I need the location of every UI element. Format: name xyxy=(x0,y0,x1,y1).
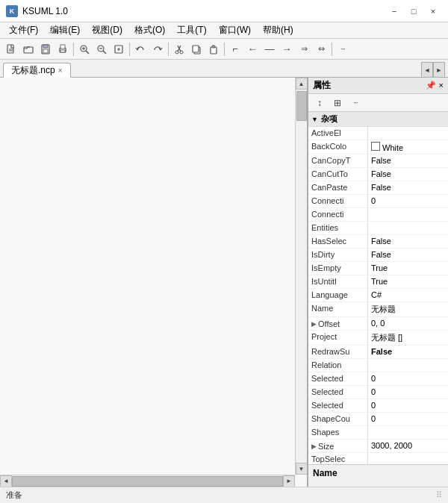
tool-corner[interactable]: ⌐ xyxy=(227,41,243,57)
prop-val-relation[interactable] xyxy=(368,359,448,372)
prop-val-language[interactable]: C# xyxy=(368,289,448,302)
prop-val-isuntitl[interactable]: True xyxy=(368,275,448,288)
properties-close-button[interactable]: × xyxy=(439,81,444,90)
redo-button[interactable] xyxy=(149,41,166,57)
tab-close-button[interactable]: × xyxy=(58,66,63,75)
prop-val-connecti1[interactable]: 0 xyxy=(368,195,448,207)
menu-view[interactable]: 视图(D) xyxy=(86,22,128,38)
tab-scroll-right[interactable]: ► xyxy=(433,62,445,77)
prop-row-offset[interactable]: ▶ Offset 0, 0 xyxy=(308,317,448,331)
scroll-vertical[interactable]: ▲ ▼ xyxy=(295,78,307,475)
prop-val-selected3[interactable]: 0 xyxy=(368,399,448,412)
tool-arrow-left[interactable]: ← xyxy=(244,41,261,57)
prop-key-redrawsu: RedrawSu xyxy=(308,346,368,358)
prop-val-project[interactable]: 无标题 [] xyxy=(368,331,448,345)
prop-row-project: Project 无标题 [] xyxy=(308,331,448,346)
menu-file[interactable]: 文件(F) xyxy=(3,22,44,38)
properties-toolbar: ↕ ⊞ ··· xyxy=(308,94,448,112)
prop-val-shapes[interactable] xyxy=(368,426,448,439)
prop-val-active-element[interactable] xyxy=(368,127,448,140)
props-grid-button[interactable]: ⊞ xyxy=(329,95,346,111)
prop-val-hasselec[interactable]: False xyxy=(368,235,448,248)
scroll-thumb-horizontal[interactable] xyxy=(12,476,283,487)
scroll-right-arrow[interactable]: ► xyxy=(283,475,295,487)
prop-row-name: Name 无标题 xyxy=(308,302,448,317)
tab-scroll-left[interactable]: ◄ xyxy=(421,62,433,77)
print-button[interactable] xyxy=(55,41,71,57)
prop-row-selected1: Selected 0 xyxy=(308,372,448,386)
prop-val-entities[interactable] xyxy=(368,222,448,234)
canvas-area[interactable]: ▲ ▼ ◄ ► xyxy=(0,78,308,487)
prop-val-backcolor[interactable]: White xyxy=(368,140,448,154)
tool-line[interactable]: — xyxy=(261,41,278,57)
zoom-in-button[interactable] xyxy=(76,41,93,57)
prop-key-selected2: Selected xyxy=(308,386,368,399)
prop-val-isempty[interactable]: True xyxy=(368,262,448,275)
menu-format[interactable]: 格式(O) xyxy=(128,22,171,38)
menu-edit[interactable]: 编辑(E) xyxy=(44,22,86,38)
svg-rect-6 xyxy=(43,49,48,53)
fit-button[interactable] xyxy=(111,41,127,57)
minimize-button[interactable]: − xyxy=(385,4,403,19)
props-sort-button[interactable]: ↕ xyxy=(311,95,328,111)
tool-arrow-right[interactable]: → xyxy=(279,41,295,57)
prop-val-selected1[interactable]: 0 xyxy=(368,372,448,385)
cut-button[interactable] xyxy=(171,41,187,57)
prop-val-cancut[interactable]: False xyxy=(368,168,448,181)
prop-val-redrawsu[interactable]: False xyxy=(368,346,448,358)
zoom-out-button[interactable] xyxy=(93,41,110,57)
svg-rect-3 xyxy=(24,47,33,53)
svg-line-16 xyxy=(103,51,106,54)
properties-pin-button[interactable]: 📌 xyxy=(426,81,436,90)
section-expand-icon: ▼ xyxy=(311,116,318,123)
props-section-misc[interactable]: ▼ 杂项 xyxy=(308,112,448,127)
save-button[interactable] xyxy=(37,41,54,57)
more-tools-button[interactable]: ··· xyxy=(335,41,351,57)
prop-val-connecti2[interactable] xyxy=(368,208,448,221)
prop-val-topselec[interactable] xyxy=(368,453,448,464)
tool-bidir-arrow[interactable]: ⇔ xyxy=(313,41,329,57)
prop-row-relation: Relation xyxy=(308,359,448,372)
svg-point-22 xyxy=(175,51,178,54)
props-more-button[interactable]: ··· xyxy=(347,95,364,111)
prop-val-selected2[interactable]: 0 xyxy=(368,386,448,399)
prop-val-cancopy[interactable]: False xyxy=(368,154,448,167)
new-button[interactable] xyxy=(3,41,19,57)
prop-row-isempty: IsEmpty True xyxy=(308,262,448,275)
scroll-down-arrow[interactable]: ▼ xyxy=(296,463,308,475)
scroll-thumb-vertical[interactable] xyxy=(296,91,307,121)
section-label: 杂项 xyxy=(321,113,337,125)
prop-key-name: Name xyxy=(308,302,368,316)
prop-val-shapecou[interactable]: 0 xyxy=(368,413,448,425)
undo-button[interactable] xyxy=(132,41,149,57)
properties-panel: 属性 📌 × ↕ ⊞ ··· ▼ 杂项 ActiveEl BackColo xyxy=(308,78,448,487)
toolbar-sep2 xyxy=(129,43,130,56)
prop-row-active-element: ActiveEl xyxy=(308,127,448,140)
prop-key-selected3: Selected xyxy=(308,399,368,412)
tool-double-arrow[interactable]: ⇒ xyxy=(296,41,312,57)
prop-val-canpaste[interactable]: False xyxy=(368,181,448,194)
menu-window[interactable]: 窗口(W) xyxy=(213,22,257,38)
prop-val-name[interactable]: 无标题 xyxy=(368,302,448,316)
scroll-track-vertical[interactable] xyxy=(296,90,307,463)
maximize-button[interactable]: □ xyxy=(405,4,423,19)
paste-button[interactable] xyxy=(205,41,222,57)
close-button[interactable]: × xyxy=(424,4,442,19)
tab-untitled[interactable]: 无标题.ncp × xyxy=(3,63,71,78)
scroll-up-arrow[interactable]: ▲ xyxy=(296,78,308,90)
prop-row-hasselec: HasSelec False xyxy=(308,235,448,249)
menu-help[interactable]: 帮助(H) xyxy=(257,22,299,38)
prop-row-shapes: Shapes xyxy=(308,426,448,440)
prop-row-size[interactable]: ▶ Size 3000, 2000 xyxy=(308,440,448,453)
prop-key-active-element: ActiveEl xyxy=(308,127,368,140)
resize-handle[interactable]: ⠿ xyxy=(436,490,442,500)
open-button[interactable] xyxy=(20,41,37,57)
scroll-horizontal[interactable]: ◄ ► xyxy=(0,475,295,487)
prop-val-isdirty[interactable]: False xyxy=(368,249,448,261)
properties-name-area: Name xyxy=(308,464,448,487)
status-text: 准备 xyxy=(6,490,22,501)
scroll-left-arrow[interactable]: ◄ xyxy=(0,475,12,487)
prop-val-size: 3000, 2000 xyxy=(368,440,448,452)
menu-tools[interactable]: 工具(T) xyxy=(171,22,212,38)
copy-button[interactable] xyxy=(188,41,205,57)
